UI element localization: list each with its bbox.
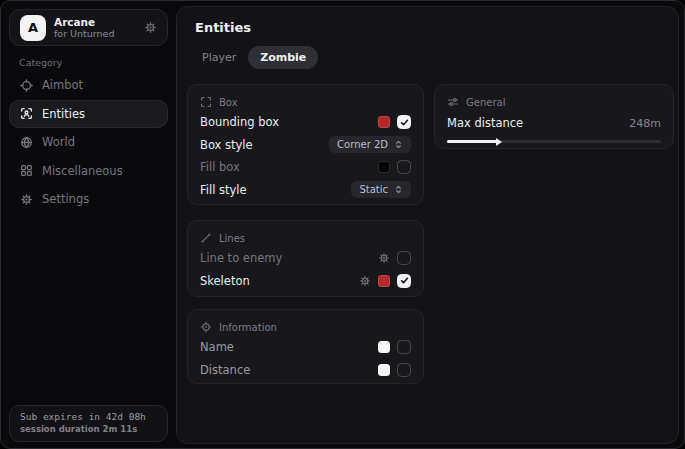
slider-thumb[interactable] bbox=[496, 138, 502, 146]
distance-row: Distance bbox=[200, 359, 411, 382]
fill-box-color-swatch[interactable] bbox=[378, 161, 390, 173]
distance-label: Distance bbox=[200, 363, 250, 377]
name-row: Name bbox=[200, 336, 411, 359]
name-label: Name bbox=[200, 340, 234, 354]
app-subtitle: for Unturned bbox=[54, 28, 114, 39]
bounding-box-color-swatch[interactable] bbox=[378, 116, 390, 128]
gear-icon[interactable] bbox=[359, 275, 371, 287]
line-to-enemy-checkbox[interactable] bbox=[397, 251, 411, 265]
sidebar-item-label: Miscellaneous bbox=[42, 164, 123, 178]
box-style-value: Corner 2D bbox=[337, 139, 388, 150]
bounding-box-checkbox[interactable] bbox=[397, 115, 411, 129]
max-distance-value: 248m bbox=[629, 117, 661, 130]
box-style-select[interactable]: Corner 2D bbox=[329, 136, 411, 153]
gear-icon[interactable] bbox=[378, 252, 390, 264]
app-logo: A bbox=[20, 15, 46, 41]
card-title: Lines bbox=[219, 233, 245, 244]
entity-tabs: Player Zombie bbox=[190, 46, 318, 69]
box-card: Box Bounding box Box style Corner 2D bbox=[187, 84, 424, 205]
sidebar-nav: Aimbot Entities World bbox=[9, 71, 168, 214]
chevron-selector-icon bbox=[394, 140, 403, 149]
line-to-enemy-row: Line to enemy bbox=[200, 247, 411, 270]
gear-icon bbox=[20, 193, 33, 206]
name-color-swatch[interactable] bbox=[378, 341, 390, 353]
page-title: Entities bbox=[195, 20, 251, 35]
fill-style-select[interactable]: Static bbox=[351, 181, 411, 198]
main-panel: Entities Player Zombie Box Bounding box bbox=[176, 6, 679, 444]
card-title: Box bbox=[219, 97, 238, 108]
scan-box-icon bbox=[200, 96, 212, 108]
line-to-enemy-label: Line to enemy bbox=[200, 251, 282, 265]
diagonal-line-icon bbox=[200, 232, 212, 244]
box-style-label: Box style bbox=[200, 138, 253, 152]
globe-icon bbox=[20, 136, 33, 149]
slider-fill bbox=[447, 140, 498, 143]
distance-checkbox[interactable] bbox=[397, 363, 411, 377]
sub-expiry-text: Sub expires in 42d 08h bbox=[20, 411, 157, 422]
max-distance-label: Max distance bbox=[447, 116, 523, 130]
skeleton-label: Skeleton bbox=[200, 274, 250, 288]
app-name: Arcane bbox=[54, 16, 114, 28]
gear-icon[interactable] bbox=[144, 21, 157, 34]
fill-style-value: Static bbox=[359, 184, 388, 195]
information-card: Information Name Distance bbox=[187, 309, 424, 384]
info-scan-icon bbox=[200, 321, 212, 333]
sidebar: A Arcane for Unturned Category A bbox=[1, 1, 176, 448]
name-checkbox[interactable] bbox=[397, 340, 411, 354]
app-window: A Arcane for Unturned Category A bbox=[0, 0, 685, 449]
sidebar-item-settings[interactable]: Settings bbox=[9, 185, 168, 214]
bounding-box-row: Bounding box bbox=[200, 111, 411, 134]
distance-color-swatch[interactable] bbox=[378, 364, 390, 376]
grid-icon bbox=[20, 164, 33, 177]
general-card: General Max distance 248m bbox=[434, 84, 674, 149]
subscription-card: Sub expires in 42d 08h session duration … bbox=[9, 405, 168, 442]
fill-style-row: Fill style Static bbox=[200, 179, 411, 202]
entities-icon bbox=[20, 107, 33, 120]
box-style-row: Box style Corner 2D bbox=[200, 134, 411, 157]
fill-box-checkbox[interactable] bbox=[397, 160, 411, 174]
session-duration-text: session duration 2m 11s bbox=[20, 424, 157, 434]
chevron-selector-icon bbox=[394, 185, 403, 194]
fill-style-label: Fill style bbox=[200, 183, 247, 197]
sidebar-item-aimbot[interactable]: Aimbot bbox=[9, 71, 168, 100]
sidebar-item-world[interactable]: World bbox=[9, 128, 168, 157]
skeleton-checkbox[interactable] bbox=[397, 274, 411, 288]
fill-box-label: Fill box bbox=[200, 160, 240, 174]
skeleton-row: Skeleton bbox=[200, 270, 411, 293]
fill-box-row: Fill box bbox=[200, 156, 411, 179]
tab-zombie[interactable]: Zombie bbox=[248, 46, 318, 69]
sidebar-item-label: Settings bbox=[42, 192, 89, 206]
max-distance-slider[interactable] bbox=[447, 140, 661, 143]
sidebar-item-entities[interactable]: Entities bbox=[9, 100, 168, 129]
brand-card: A Arcane for Unturned bbox=[9, 9, 168, 46]
sidebar-item-label: Aimbot bbox=[42, 78, 83, 92]
card-title: General bbox=[466, 97, 505, 108]
tab-player[interactable]: Player bbox=[190, 46, 248, 69]
sidebar-item-label: Entities bbox=[42, 107, 85, 121]
category-label: Category bbox=[19, 57, 62, 68]
card-title: Information bbox=[219, 322, 277, 333]
crosshair-icon bbox=[20, 79, 33, 92]
sliders-icon bbox=[447, 96, 459, 108]
skeleton-color-swatch[interactable] bbox=[378, 275, 390, 287]
bounding-box-label: Bounding box bbox=[200, 115, 279, 129]
sidebar-item-miscellaneous[interactable]: Miscellaneous bbox=[9, 157, 168, 186]
lines-card: Lines Line to enemy Skeleton bbox=[187, 220, 424, 297]
sidebar-item-label: World bbox=[42, 135, 75, 149]
